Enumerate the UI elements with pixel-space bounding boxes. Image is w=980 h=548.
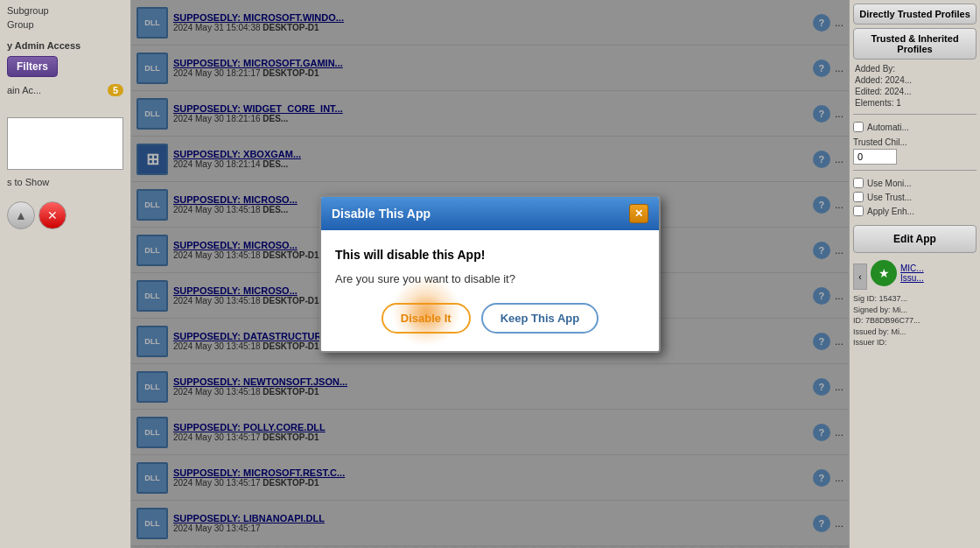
separator2 — [853, 170, 976, 171]
apply-enh-checkbox[interactable] — [853, 206, 864, 216]
sidebar-bottom-buttons: ▲ ✕ — [4, 198, 127, 233]
automation-label: Automati... — [867, 123, 909, 132]
modal-header: Disable This App ✕ — [321, 197, 659, 230]
subgroup-label: Subgroup — [4, 4, 127, 18]
apply-enh-checkbox-row: Apply Enh... — [853, 204, 976, 218]
disable-btn-wrapper: Disable It — [382, 303, 471, 334]
use-monitor-label: Use Moni... — [867, 179, 912, 188]
modal-dialog: Disable This App ✕ This will disable thi… — [319, 195, 661, 353]
apply-enh-label: Apply Enh... — [867, 207, 914, 216]
to-show-label: s to Show — [4, 173, 127, 191]
use-trust-label: Use Trust... — [867, 193, 912, 202]
main-container: Subgroup Group y Admin Access Filters ai… — [0, 0, 980, 548]
edited-row: Edited: 2024... — [853, 86, 976, 97]
admin-access-section: y Admin Access Filters — [4, 39, 127, 77]
issued-by: Issued by: Mi... — [853, 327, 976, 338]
modal-text2: Are you sure you want to disable it? — [335, 272, 645, 285]
use-trust-checkbox[interactable] — [853, 192, 864, 202]
up-button[interactable]: ▲ — [7, 201, 35, 229]
added-row: Added: 2024... — [853, 74, 976, 86]
modal-buttons: Disable It Keep This App — [335, 303, 645, 334]
sig-info: Sig ID: 15437... Signed by: Mi... ID: 7B… — [853, 293, 976, 348]
modal-title: Disable This App — [332, 207, 430, 221]
modal-overlay: Disable This App ✕ This will disable thi… — [131, 0, 849, 548]
trusted-children-label: Trusted Chil... — [853, 137, 976, 147]
to-show-box — [7, 117, 123, 170]
trusted-children-input[interactable]: 0 — [853, 149, 897, 165]
use-monitor-checkbox[interactable] — [853, 178, 864, 188]
chevron-left-icon[interactable]: ‹ — [853, 263, 867, 290]
sig-id: Sig ID: 15437... — [853, 293, 976, 305]
id-label: ID: 7B8DB96C77... — [853, 315, 976, 327]
cert-issuer: Issu... — [900, 273, 924, 283]
keep-this-app-button[interactable]: Keep This App — [481, 303, 599, 334]
cert-row: ‹ ★ MIC... Issu... — [853, 260, 976, 290]
modal-body: This will disable this App! Are you sure… — [321, 230, 659, 351]
main-ac-row: ain Ac... 5 — [4, 81, 127, 100]
filters-button[interactable]: Filters — [7, 56, 58, 77]
group-label: Group — [4, 18, 127, 32]
certificate-badge: ★ — [871, 260, 897, 286]
issuer-id: Issuer ID: — [853, 337, 976, 348]
added-by-row: Added By: — [853, 63, 976, 74]
main-ac-label: ain Ac... — [7, 85, 108, 95]
use-monitor-checkbox-row: Use Moni... — [853, 176, 976, 190]
admin-access-label: y Admin Access — [4, 39, 127, 53]
right-panel: Directly Trusted Profiles Trusted & Inhe… — [849, 0, 980, 548]
modal-text1: This will disable this App! — [335, 248, 645, 262]
automation-checkbox[interactable] — [853, 122, 864, 132]
directly-trusted-profiles-button[interactable]: Directly Trusted Profiles — [853, 4, 976, 25]
cert-text[interactable]: MIC... — [900, 263, 924, 273]
modal-close-button[interactable]: ✕ — [629, 204, 648, 223]
center-list: DLL SUPPOSEDLY: MICROSOFT.WINDO... 2024 … — [131, 0, 849, 548]
left-sidebar: Subgroup Group y Admin Access Filters ai… — [0, 0, 131, 548]
use-trust-checkbox-row: Use Trust... — [853, 190, 976, 204]
separator1 — [853, 114, 976, 115]
signed-by: Signed by: Mi... — [853, 305, 976, 316]
remove-button[interactable]: ✕ — [38, 201, 66, 229]
edit-app-button[interactable]: Edit App — [853, 225, 976, 253]
elements-row: Elements: 1 — [853, 97, 976, 109]
trusted-inherited-profiles-button[interactable]: Trusted & Inherited Profiles — [853, 28, 976, 60]
disable-it-button[interactable]: Disable It — [382, 303, 471, 334]
badge-count: 5 — [108, 84, 123, 96]
automation-checkbox-row: Automati... — [853, 120, 976, 134]
